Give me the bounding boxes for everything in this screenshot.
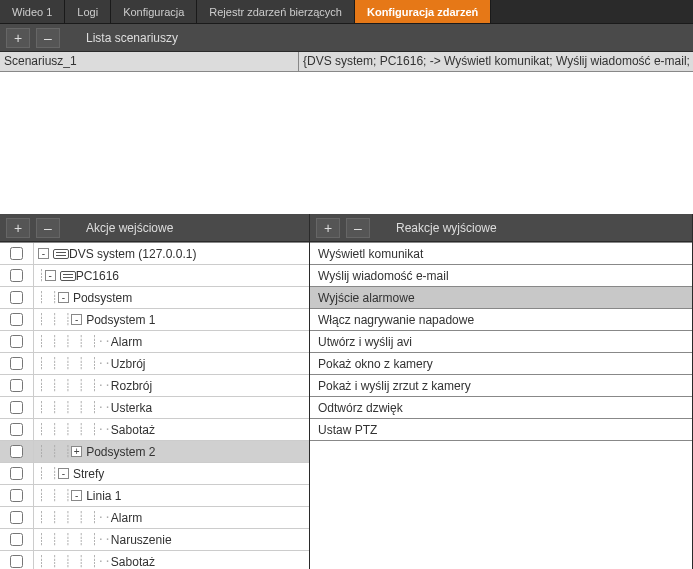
scenario-row[interactable]: Scenariusz_1 {DVS system; PC1616; -> Wyś… [0, 52, 693, 72]
tree-row[interactable]: ┊ ┊ ┊ ┊ ┊·· Sabotaż [0, 419, 309, 441]
tree-checkbox[interactable] [10, 467, 23, 480]
tree-row[interactable]: ┊ ┊ - Strefy [0, 463, 309, 485]
tree-node-label: Podsystem [73, 291, 132, 305]
add-input-action-button[interactable]: + [6, 218, 30, 238]
tree-checkbox[interactable] [10, 335, 23, 348]
tree-checkbox[interactable] [10, 555, 23, 568]
tab-1[interactable]: Logi [65, 0, 111, 23]
tab-4[interactable]: Konfiguracja zdarzeń [355, 0, 491, 23]
input-actions-tree: - DVS system (127.0.0.1)┊ - PC1616┊ ┊ - … [0, 242, 309, 569]
tree-expander[interactable]: - [71, 314, 82, 325]
tree-checkbox[interactable] [10, 511, 23, 524]
tree-content: ┊ ┊ ┊ ┊ ┊·· Sabotaż [34, 423, 309, 437]
input-actions-panel: + – Akcje wejściowe - DVS system (127.0.… [0, 214, 310, 569]
tree-node-label: Uzbrój [111, 357, 146, 371]
tree-expander[interactable]: - [45, 270, 56, 281]
reaction-row[interactable]: Ustaw PTZ [310, 419, 692, 441]
tree-guide: ┊ ┊ ┊ ┊ ┊·· [38, 423, 111, 436]
scenario-name-cell[interactable]: Scenariusz_1 [0, 52, 299, 71]
tree-node-label: Naruszenie [111, 533, 172, 547]
tree-checkbox[interactable] [10, 533, 23, 546]
input-actions-title: Akcje wejściowe [86, 221, 173, 235]
tree-row[interactable]: ┊ ┊ ┊ ┊ ┊·· Sabotaż [0, 551, 309, 569]
tree-content: ┊ - PC1616 [34, 269, 309, 283]
reaction-row[interactable]: Wyświetl komunikat [310, 243, 692, 265]
tree-content: ┊ ┊ ┊ ┊ ┊·· Usterka [34, 401, 309, 415]
reaction-row[interactable]: Wyślij wiadomość e-mail [310, 265, 692, 287]
tree-row[interactable]: ┊ ┊ ┊ ┊ ┊·· Alarm [0, 331, 309, 353]
tree-row[interactable]: ┊ ┊ ┊ + Podsystem 2 [0, 441, 309, 463]
remove-reaction-button[interactable]: – [346, 218, 370, 238]
tree-checkbox[interactable] [10, 269, 23, 282]
reaction-row[interactable]: Pokaż okno z kamery [310, 353, 692, 375]
tree-checkbox[interactable] [10, 291, 23, 304]
tree-expander[interactable]: - [38, 248, 49, 259]
remove-scenario-button[interactable]: – [36, 28, 60, 48]
scenario-desc-cell: {DVS system; PC1616; -> Wyświetl komunik… [299, 52, 693, 71]
tree-content: ┊ ┊ - Podsystem [34, 291, 309, 305]
reaction-row[interactable]: Włącz nagrywanie napadowe [310, 309, 692, 331]
tree-checkbox-cell [0, 463, 34, 484]
tree-guide: ┊ ┊ ┊ [38, 489, 71, 502]
tree-row[interactable]: - DVS system (127.0.0.1) [0, 243, 309, 265]
tree-node-label: Strefy [73, 467, 104, 481]
add-reaction-button[interactable]: + [316, 218, 340, 238]
tree-checkbox-cell [0, 265, 34, 286]
tree-guide: ┊ ┊ ┊ ┊ ┊·· [38, 533, 111, 546]
tree-checkbox-cell [0, 287, 34, 308]
tab-0[interactable]: Wideo 1 [0, 0, 65, 23]
tree-checkbox[interactable] [10, 379, 23, 392]
tree-guide: ┊ ┊ ┊ ┊ ┊·· [38, 335, 111, 348]
tree-node-label: PC1616 [76, 269, 119, 283]
tree-content: ┊ ┊ ┊ + Podsystem 2 [34, 445, 309, 459]
tree-row[interactable]: ┊ ┊ ┊ ┊ ┊·· Naruszenie [0, 529, 309, 551]
tree-expander[interactable]: - [58, 292, 69, 303]
tree-checkbox[interactable] [10, 489, 23, 502]
output-reactions-list: Wyświetl komunikatWyślij wiadomość e-mai… [310, 242, 692, 569]
device-icon [60, 271, 76, 281]
tree-row[interactable]: ┊ ┊ ┊ ┊ ┊·· Uzbrój [0, 353, 309, 375]
tree-row[interactable]: ┊ ┊ ┊ - Linia 1 [0, 485, 309, 507]
reaction-row[interactable]: Utwórz i wyślij avi [310, 331, 692, 353]
tree-checkbox-cell [0, 243, 34, 264]
tab-3[interactable]: Rejestr zdarzeń bierzących [197, 0, 355, 23]
tree-content: ┊ ┊ ┊ ┊ ┊·· Naruszenie [34, 533, 309, 547]
tab-2[interactable]: Konfiguracja [111, 0, 197, 23]
tree-guide: ┊ ┊ ┊ ┊ ┊·· [38, 401, 111, 414]
tree-checkbox[interactable] [10, 313, 23, 326]
add-scenario-button[interactable]: + [6, 28, 30, 48]
tree-guide: ┊ ┊ ┊ ┊ ┊·· [38, 379, 111, 392]
reaction-row[interactable]: Pokaż i wyślij zrzut z kamery [310, 375, 692, 397]
tree-checkbox-cell [0, 419, 34, 440]
input-actions-header: + – Akcje wejściowe [0, 214, 309, 242]
tree-node-label: Alarm [111, 335, 142, 349]
tree-guide: ┊ [38, 269, 45, 282]
tree-checkbox-cell [0, 397, 34, 418]
reaction-row[interactable]: Wyjście alarmowe [310, 287, 692, 309]
tree-row[interactable]: ┊ - PC1616 [0, 265, 309, 287]
scenario-empty-area [0, 72, 693, 214]
tree-row[interactable]: ┊ ┊ - Podsystem [0, 287, 309, 309]
tree-row[interactable]: ┊ ┊ ┊ ┊ ┊·· Alarm [0, 507, 309, 529]
tree-checkbox-cell [0, 331, 34, 352]
remove-input-action-button[interactable]: – [36, 218, 60, 238]
tree-checkbox[interactable] [10, 423, 23, 436]
reaction-row[interactable]: Odtwórz dzwięk [310, 397, 692, 419]
tree-guide: ┊ ┊ ┊ [38, 445, 71, 458]
tree-checkbox-cell [0, 441, 34, 462]
tree-row[interactable]: ┊ ┊ ┊ - Podsystem 1 [0, 309, 309, 331]
tree-content: ┊ ┊ ┊ ┊ ┊·· Rozbrój [34, 379, 309, 393]
tree-checkbox[interactable] [10, 247, 23, 260]
tree-content: ┊ ┊ - Strefy [34, 467, 309, 481]
tree-row[interactable]: ┊ ┊ ┊ ┊ ┊·· Usterka [0, 397, 309, 419]
tree-expander[interactable]: + [71, 446, 82, 457]
tree-checkbox[interactable] [10, 445, 23, 458]
output-reactions-header: + – Reakcje wyjściowe [310, 214, 692, 242]
tree-row[interactable]: ┊ ┊ ┊ ┊ ┊·· Rozbrój [0, 375, 309, 397]
tree-guide: ┊ ┊ ┊ [38, 313, 71, 326]
tree-checkbox[interactable] [10, 401, 23, 414]
tree-content: - DVS system (127.0.0.1) [34, 247, 309, 261]
tree-checkbox[interactable] [10, 357, 23, 370]
tree-expander[interactable]: - [71, 490, 82, 501]
tree-expander[interactable]: - [58, 468, 69, 479]
